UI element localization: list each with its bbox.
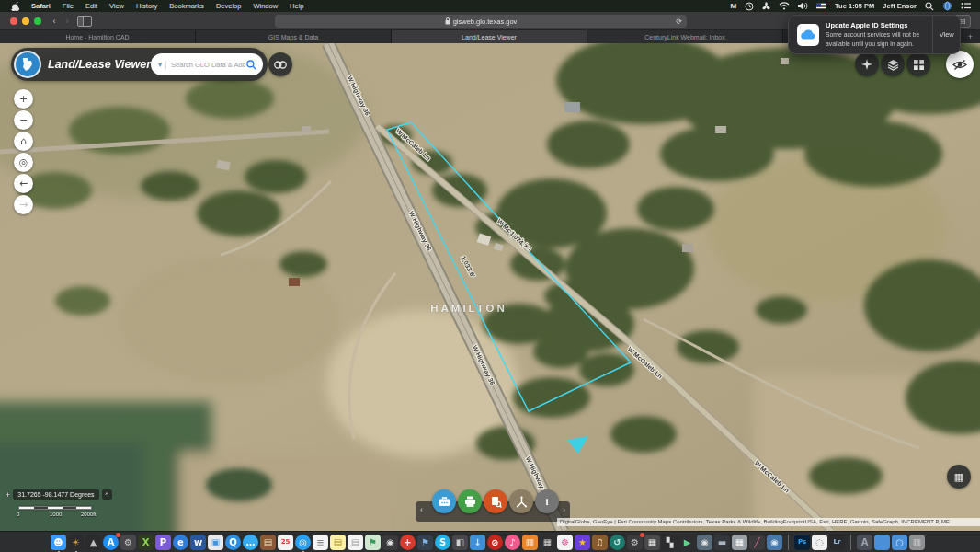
dock-applications-folder[interactable]: A (857, 535, 872, 550)
menu-item-safari[interactable]: Safari (31, 2, 51, 10)
wifi-icon[interactable] (779, 1, 790, 11)
dock-utility-app[interactable]: ◧ (452, 535, 468, 550)
tab-land-lease-viewer[interactable]: Land/Lease Viewer (392, 30, 587, 43)
dock-first-aid-app[interactable]: + (400, 535, 416, 550)
dock-gray-photo-app[interactable]: ▦ (732, 535, 747, 550)
coords-expand-button[interactable]: ^ (102, 489, 112, 500)
dock-green-dart-app[interactable]: ▶ (679, 535, 695, 550)
toolbar-scroll-right[interactable]: › (563, 505, 565, 514)
dock-quicktime[interactable]: Q (225, 535, 241, 550)
toolbar-scroll-left[interactable]: ‹ (420, 505, 423, 514)
dock-flag-badge-app[interactable]: ⚑ (417, 535, 433, 550)
menu-item-file[interactable]: File (63, 2, 74, 10)
zoom-in-button[interactable]: + (14, 89, 33, 109)
volume-icon[interactable] (798, 1, 808, 11)
dock-cube-app[interactable]: ▚ (662, 535, 678, 550)
tab-gis-maps-data[interactable]: GIS Maps & Data (196, 30, 392, 43)
menu-item-history[interactable]: History (136, 2, 157, 10)
basemap-button[interactable] (906, 52, 930, 76)
dock-music[interactable]: ♪ (505, 535, 520, 550)
toggle-visibility-button[interactable] (946, 51, 974, 78)
locate-button[interactable]: ◎ (14, 153, 33, 172)
dock-displays-app[interactable]: ▬ (714, 535, 730, 550)
fan-status-icon[interactable] (762, 1, 770, 11)
dock-blue-e-app[interactable]: e (173, 535, 188, 550)
dock-app-store[interactable]: A (103, 535, 119, 550)
forward-button[interactable]: › (61, 15, 74, 28)
dock-blue-w-app[interactable]: w (190, 535, 206, 550)
previous-extent-button[interactable]: ← (14, 174, 33, 193)
dock-no-entry-app[interactable]: ⊘ (487, 535, 503, 550)
next-extent-button[interactable]: → (14, 195, 33, 214)
map-viewport[interactable]: W Highway 36 W Highway 36 W Highway 36 W… (0, 43, 980, 532)
search-scope-caret-icon[interactable]: ▾ (151, 61, 166, 69)
dock-trash[interactable]: ▥ (909, 535, 925, 550)
dock-downloads-folder[interactable]: ○ (892, 535, 907, 550)
menu-item-edit[interactable]: Edit (85, 2, 97, 10)
dock-photo-brush-app[interactable]: ╱ (749, 535, 765, 550)
dock-finder[interactable]: ☻ (51, 535, 66, 550)
tab-centurylink-webmail[interactable]: CenturyLink Webmail: Inbox (587, 30, 783, 43)
time-machine-icon[interactable] (745, 1, 754, 11)
dock-documents-folder[interactable] (874, 535, 890, 550)
zoom-out-button[interactable]: − (14, 110, 33, 130)
dock-contacts[interactable]: ▤ (260, 535, 276, 550)
info-tool-button[interactable]: i (535, 489, 559, 513)
layers-button[interactable] (881, 52, 905, 76)
new-tab-button[interactable]: + (968, 30, 973, 43)
print-tool-button[interactable] (458, 489, 482, 513)
menu-user-name[interactable]: Jeff Ensor (883, 2, 917, 10)
layers-list-tool-button[interactable] (432, 489, 456, 513)
query-tool-button[interactable] (484, 489, 507, 513)
menu-item-develop[interactable]: Develop (216, 2, 242, 10)
dock-preview-app[interactable]: ▣ (208, 535, 223, 550)
dock-camera-app[interactable]: ◉ (697, 535, 712, 550)
siri-globe-icon[interactable] (942, 1, 952, 11)
dock-calendar[interactable]: 25 (278, 535, 293, 550)
dock-collage-app[interactable]: ▦ (644, 535, 660, 550)
dock-safari[interactable]: ◎ (295, 535, 311, 550)
zoom-window-button[interactable] (34, 17, 41, 25)
dock-books[interactable]: ▥ (522, 535, 538, 550)
dock-imovie[interactable]: ★ (575, 535, 590, 550)
home-button[interactable]: ⌂ (14, 132, 33, 151)
spotlight-search-icon[interactable] (925, 1, 934, 11)
dock-textedit[interactable]: ▤ (348, 535, 363, 550)
malwarebytes-icon[interactable]: M (730, 1, 736, 11)
menu-item-help[interactable]: Help (290, 2, 303, 10)
dock-photo-grid-app[interactable]: ▦ (540, 535, 555, 550)
dock-photoshop[interactable]: Ps (794, 535, 810, 550)
crosshair-icon[interactable]: + (6, 490, 10, 500)
dock-lightroom[interactable]: Lr (829, 535, 845, 550)
notification-view-button[interactable]: View (932, 16, 960, 53)
dock-purple-p-app[interactable]: P (155, 535, 171, 550)
dock-green-x-app[interactable]: X (138, 535, 154, 550)
reload-icon[interactable]: ⟳ (676, 17, 682, 26)
dock-system-preferences[interactable]: ⚙ (120, 535, 136, 550)
back-button[interactable]: ‹ (48, 15, 61, 28)
dock-maps[interactable]: ⚑ (365, 535, 381, 550)
dock-photos[interactable]: ☸ (557, 535, 573, 550)
minimize-window-button[interactable] (22, 17, 29, 25)
tab-hamilton-cad[interactable]: Home - Hamilton CAD (0, 30, 196, 43)
menu-item-window[interactable]: Window (253, 2, 278, 10)
dock-camera-raw-app[interactable]: ◌ (812, 535, 827, 550)
search-icon[interactable] (246, 60, 263, 70)
menu-clock[interactable]: Tue 1:05 PM (835, 2, 874, 10)
dock-gear-badge-app[interactable]: ⚙ (627, 535, 643, 550)
menu-item-view[interactable]: View (109, 2, 124, 10)
measure-tool-button[interactable] (509, 489, 533, 513)
dock-rocket-app[interactable]: ▲ (85, 535, 101, 550)
notification-center-icon[interactable] (961, 1, 971, 11)
sidebar-toggle-button[interactable] (77, 16, 92, 27)
dock-photo-booth[interactable]: ◉ (382, 535, 398, 550)
keyboard-flag-icon[interactable] (816, 3, 826, 9)
legend-table-button[interactable]: ▦ (947, 465, 971, 489)
dock-shared-folder[interactable]: ↓ (470, 535, 485, 550)
menu-item-bookmarks[interactable]: Bookmarks (169, 2, 204, 10)
dock-garageband[interactable]: ♫ (592, 535, 608, 550)
dock-launchpad[interactable]: ☀ (68, 535, 84, 550)
dock-skype[interactable]: S (435, 535, 450, 550)
dock-time-machine[interactable]: ↺ (610, 535, 625, 550)
share-link-button[interactable] (268, 52, 292, 76)
